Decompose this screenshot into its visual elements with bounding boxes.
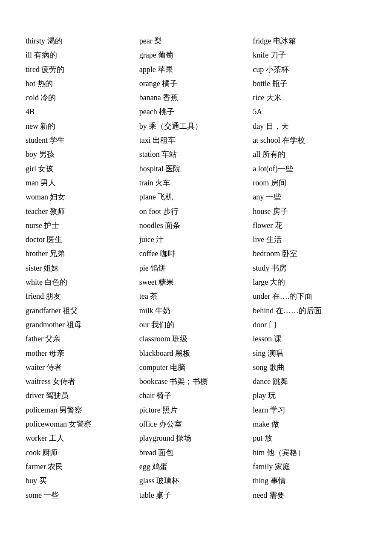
list-item: fridge 电冰箱: [253, 34, 366, 48]
list-item: bookcase 书架；书橱: [139, 375, 253, 389]
list-item: boy 男孩: [26, 147, 139, 162]
list-item: rice 大米: [253, 91, 366, 105]
list-item: cook 厨师: [26, 446, 139, 460]
list-item: juice 汁: [139, 233, 253, 247]
list-item: apple 苹果: [139, 63, 253, 77]
list-item: nurse 护士: [26, 219, 139, 233]
list-item: classroom 班级: [139, 332, 253, 346]
list-item: 4B: [26, 105, 139, 119]
list-item: new 新的: [26, 119, 139, 133]
list-item: mother 母亲: [26, 346, 139, 361]
list-item: make 做: [253, 417, 366, 431]
list-item: day 日，天: [253, 119, 366, 133]
list-item: some 一些: [26, 488, 139, 502]
list-item: blackboard 黑板: [139, 346, 253, 361]
list-item: live 生活: [253, 233, 366, 247]
list-item: all 所有的: [253, 147, 366, 162]
list-item: orange 橘子: [139, 77, 253, 91]
list-item: room 房间: [253, 176, 366, 190]
list-item: song 歌曲: [253, 361, 366, 375]
list-item: grandmother 祖母: [26, 318, 139, 332]
list-item: grandfather 祖父: [26, 304, 139, 318]
list-item: 5A: [253, 105, 366, 119]
list-item: tired 疲劳的: [26, 63, 139, 77]
list-item: worker 工人: [26, 431, 139, 445]
list-item: him 他（宾格）: [253, 446, 366, 460]
list-item: sing 演唱: [253, 346, 366, 361]
list-item: grape 葡萄: [139, 48, 253, 62]
list-item: thirsty 渴的: [26, 34, 139, 48]
list-item: on foot 步行: [139, 205, 253, 219]
list-item: student 学生: [26, 133, 139, 147]
list-item: study 书房: [253, 261, 366, 275]
list-item: brother 兄弟: [26, 247, 139, 261]
list-item: chair 椅子: [139, 389, 253, 403]
list-item: farmer 农民: [26, 460, 139, 474]
list-item: waitress 女侍者: [26, 375, 139, 389]
column-3: fridge 电冰箱knife 刀子cup 小茶杯bottle 瓶子rice 大…: [253, 34, 366, 502]
list-item: plane 飞机: [139, 190, 253, 204]
column-2: pear 梨grape 葡萄apple 苹果orange 橘子banana 香蕉…: [139, 34, 253, 502]
list-item: train 火车: [139, 176, 253, 190]
list-item: father 父亲: [26, 332, 139, 346]
list-item: learn 学习: [253, 403, 366, 417]
list-item: flower 花: [253, 219, 366, 233]
list-item: bedroom 卧室: [253, 247, 366, 261]
list-item: house 房子: [253, 205, 366, 219]
list-item: doctor 医生: [26, 233, 139, 247]
list-item: girl 女孩: [26, 162, 139, 176]
main-content: thirsty 渴的ill 有病的tired 疲劳的hot 热的cold 冷的4…: [26, 34, 366, 502]
list-item: peach 桃子: [139, 105, 253, 119]
list-item: a lot(of)一些: [253, 162, 366, 176]
list-item: policewoman 女警察: [26, 417, 139, 431]
list-item: sister 姐妹: [26, 261, 139, 275]
list-item: teacher 教师: [26, 205, 139, 219]
list-item: family 家庭: [253, 460, 366, 474]
list-item: taxi 出租车: [139, 133, 253, 147]
list-item: sweet 糖果: [139, 275, 253, 289]
list-item: hospital 医院: [139, 162, 253, 176]
column-1: thirsty 渴的ill 有病的tired 疲劳的hot 热的cold 冷的4…: [26, 34, 139, 502]
list-item: playground 操场: [139, 431, 253, 445]
list-item: policeman 男警察: [26, 403, 139, 417]
list-item: man 男人: [26, 176, 139, 190]
list-item: by 乘（交通工具）: [139, 119, 253, 133]
list-item: milk 牛奶: [139, 304, 253, 318]
list-item: cold 冷的: [26, 91, 139, 105]
list-item: bottle 瓶子: [253, 77, 366, 91]
list-item: tea 茶: [139, 289, 253, 303]
list-item: put 放: [253, 431, 366, 445]
list-item: at school 在学校: [253, 133, 366, 147]
list-item: thing 事情: [253, 474, 366, 488]
list-item: dance 跳舞: [253, 375, 366, 389]
list-item: bread 面包: [139, 446, 253, 460]
list-item: waiter 侍者: [26, 361, 139, 375]
list-item: coffee 咖啡: [139, 247, 253, 261]
list-item: white 白色的: [26, 275, 139, 289]
list-item: any 一些: [253, 190, 366, 204]
list-item: under 在….的下面: [253, 289, 366, 303]
list-item: noodles 面条: [139, 219, 253, 233]
list-item: pie 馅饼: [139, 261, 253, 275]
list-item: friend 朋友: [26, 289, 139, 303]
list-item: table 桌子: [139, 488, 253, 502]
list-item: ill 有病的: [26, 48, 139, 62]
list-item: need 需要: [253, 488, 366, 502]
list-item: station 车站: [139, 147, 253, 162]
list-item: behind 在……的后面: [253, 304, 366, 318]
list-item: buy 买: [26, 474, 139, 488]
list-item: egg 鸡蛋: [139, 460, 253, 474]
list-item: our 我们的: [139, 318, 253, 332]
list-item: large 大的: [253, 275, 366, 289]
list-item: hot 热的: [26, 77, 139, 91]
list-item: glass 玻璃杯: [139, 474, 253, 488]
list-item: pear 梨: [139, 34, 253, 48]
list-item: play 玩: [253, 389, 366, 403]
list-item: driver 驾驶员: [26, 389, 139, 403]
list-item: office 办公室: [139, 417, 253, 431]
list-item: computer 电脑: [139, 361, 253, 375]
list-item: lesson 课: [253, 332, 366, 346]
list-item: door 门: [253, 318, 366, 332]
list-item: banana 香蕉: [139, 91, 253, 105]
list-item: knife 刀子: [253, 48, 366, 62]
